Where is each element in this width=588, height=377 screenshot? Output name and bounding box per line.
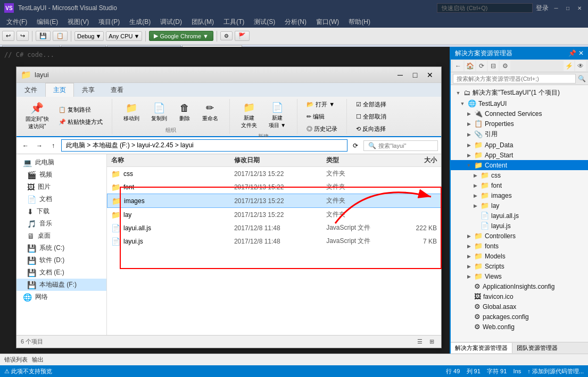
menu-window[interactable]: 窗口(W) bbox=[312, 16, 343, 28]
file-row-layuialljs[interactable]: 📄 layui.all.js 2017/12/8 11:48 JavaScrip… bbox=[107, 221, 441, 234]
tree-global[interactable]: ⚙ Global.asax bbox=[451, 301, 588, 312]
file-row-lay[interactable]: 📁 lay 2017/12/13 15:22 文件夹 bbox=[107, 208, 441, 221]
tree-font[interactable]: ▶ 📁 font bbox=[451, 180, 588, 190]
sidebar-c[interactable]: 💾 系统 (C:) bbox=[16, 242, 106, 254]
tree-project[interactable]: ▼ 🌐 TestLayUI bbox=[451, 98, 588, 108]
sidebar-documents[interactable]: 📄 文档 bbox=[16, 193, 106, 205]
col-date-header[interactable]: 修改日期 bbox=[234, 156, 326, 165]
tree-css[interactable]: ▶ 📁 css bbox=[451, 170, 588, 180]
menu-debug[interactable]: 调试(D) bbox=[156, 16, 186, 28]
menu-edit[interactable]: 编辑(E) bbox=[32, 16, 62, 28]
forward-nav-btn[interactable]: → bbox=[34, 140, 45, 152]
paste-shortcut-btn[interactable]: 📌 粘贴快捷方式 bbox=[56, 116, 105, 128]
menu-project[interactable]: 项目(P) bbox=[94, 16, 124, 28]
menu-tools[interactable]: 工具(T) bbox=[219, 16, 249, 28]
se-settings-btn[interactable]: ⚙ bbox=[500, 61, 510, 71]
redo-btn[interactable]: ↪ bbox=[16, 31, 29, 41]
ribbon-tab-file[interactable]: 文件 bbox=[16, 83, 45, 97]
tree-scripts[interactable]: ▶ 📁 Scripts bbox=[451, 261, 588, 271]
se-tab-solution[interactable]: 解决方案资源管理器 bbox=[451, 343, 512, 353]
address-path[interactable]: 此电脑 > 本地磁盘 (F:) > layui-v2.2.45 > layui bbox=[61, 139, 347, 152]
toolbar-extra-btn[interactable]: ⚙ bbox=[220, 31, 233, 40]
sidebar-computer[interactable]: 💻 此电脑 bbox=[16, 156, 106, 169]
explorer-maximize-btn[interactable]: □ bbox=[408, 69, 422, 81]
menu-help[interactable]: 帮助(H) bbox=[344, 16, 375, 28]
minimize-btn[interactable]: ─ bbox=[552, 4, 560, 12]
sidebar-d[interactable]: 💾 软件 (D:) bbox=[16, 254, 106, 266]
menu-analyze[interactable]: 分析(N) bbox=[280, 16, 311, 28]
add-source-btn[interactable]: ↑ 添加到源代码管理... bbox=[527, 367, 584, 375]
delete-btn[interactable]: 🗑 删除 bbox=[174, 100, 195, 125]
tree-models[interactable]: ▶ 📁 Models bbox=[451, 251, 588, 261]
copy-btn[interactable]: 📋 bbox=[53, 31, 68, 41]
search-box[interactable]: 🔍 bbox=[363, 140, 438, 151]
sidebar-f[interactable]: 💾 本地磁盘 (F:) bbox=[16, 279, 106, 291]
sidebar-pictures[interactable]: 🖼 图片 bbox=[16, 181, 106, 193]
tree-content[interactable]: ▼ 📁 Content bbox=[451, 160, 588, 170]
se-pin-icon[interactable]: 📌 bbox=[568, 49, 576, 57]
sidebar-videos[interactable]: 🎬 视频 bbox=[16, 169, 106, 181]
undo-btn[interactable]: ↩ bbox=[2, 31, 14, 41]
tree-references[interactable]: ▶ 📎 引用 bbox=[451, 129, 588, 140]
ribbon-tab-share[interactable]: 共享 bbox=[74, 83, 103, 97]
tree-appinsights[interactable]: ⚙ ApplicationInsights.config bbox=[451, 281, 588, 291]
selectnone-btn[interactable]: ☐ 全部取消 bbox=[353, 111, 389, 122]
debug-config-dropdown[interactable]: Debug ▼ bbox=[74, 31, 104, 41]
sidebar-desktop[interactable]: 🖥 桌面 bbox=[16, 230, 106, 242]
se-collapse-btn[interactable]: ⊟ bbox=[488, 61, 499, 71]
sidebar-e[interactable]: 💾 文档 (E:) bbox=[16, 266, 106, 279]
moveto-btn[interactable]: 📁 移动到 bbox=[119, 99, 144, 125]
cpu-dropdown[interactable]: Any CPU ▼ bbox=[106, 31, 142, 41]
menu-file[interactable]: 文件(F) bbox=[2, 16, 31, 28]
file-row-images[interactable]: 📁 images 2017/12/13 15:22 文件夹 bbox=[107, 194, 441, 208]
file-row-font[interactable]: 📁 font 2017/12/13 15:22 文件夹 bbox=[107, 180, 441, 194]
edit-btn[interactable]: ✏ 编辑 bbox=[304, 111, 340, 122]
tree-views[interactable]: ▶ 📁 Views bbox=[451, 271, 588, 281]
se-tab-team[interactable]: 团队资源管理器 bbox=[512, 343, 562, 353]
copyto-btn[interactable]: 📄 复制到 bbox=[146, 99, 172, 125]
sidebar-music[interactable]: 🎵 音乐 bbox=[16, 217, 106, 230]
col-name-header[interactable]: 名称 bbox=[111, 156, 234, 165]
toolbar-flag-btn[interactable]: 🚩 bbox=[235, 31, 250, 41]
se-close-icon[interactable]: ✕ bbox=[578, 49, 584, 57]
pin-btn[interactable]: 📌 固定到"快速访问" bbox=[21, 99, 54, 133]
col-size-header[interactable]: 大小 bbox=[388, 156, 437, 165]
explorer-close-btn[interactable]: ✕ bbox=[423, 69, 437, 81]
rename-btn[interactable]: ✏ 重命名 bbox=[197, 99, 223, 125]
se-preview-btn[interactable]: 👁 bbox=[575, 61, 586, 71]
file-row-css[interactable]: 📁 css 2017/12/13 15:22 文件夹 bbox=[107, 167, 441, 180]
se-back-btn[interactable]: ← bbox=[453, 61, 463, 71]
save-btn[interactable]: 💾 bbox=[36, 31, 51, 41]
tree-appdata[interactable]: ▶ 📁 App_Data bbox=[451, 140, 588, 150]
tree-appstart[interactable]: ▶ 📁 App_Start bbox=[451, 150, 588, 160]
tree-packages[interactable]: ⚙ packages.config bbox=[451, 312, 588, 322]
tree-images[interactable]: ▶ 📁 images bbox=[451, 190, 588, 200]
menu-test[interactable]: 测试(S) bbox=[250, 16, 279, 28]
explorer-minimize-btn[interactable]: ─ bbox=[393, 69, 407, 81]
output-btn[interactable]: 输出 bbox=[32, 356, 44, 364]
list-view-btn[interactable]: ☰ bbox=[415, 337, 425, 347]
menu-build[interactable]: 生成(B) bbox=[125, 16, 155, 28]
ribbon-tab-view[interactable]: 查看 bbox=[103, 83, 131, 97]
menu-team[interactable]: 团队(M) bbox=[187, 16, 218, 28]
tree-lay[interactable]: ▶ 📁 lay bbox=[451, 200, 588, 211]
sidebar-network[interactable]: 🌐 网络 bbox=[16, 291, 106, 303]
history-btn[interactable]: ◎ 历史记录 bbox=[304, 123, 340, 135]
copy-path-btn[interactable]: 📋 复制路径 bbox=[56, 104, 105, 115]
tree-connected-services[interactable]: ▶ 🔌 Connected Services bbox=[451, 108, 588, 119]
tree-properties[interactable]: ▶ 📋 Properties bbox=[451, 119, 588, 129]
tree-favicon[interactable]: 🖼 favicon.ico bbox=[451, 291, 588, 301]
quick-launch-input[interactable] bbox=[437, 3, 533, 13]
tree-controllers[interactable]: ▶ 📁 Controllers bbox=[451, 231, 588, 241]
refresh-btn[interactable]: ⟳ bbox=[350, 140, 361, 152]
se-home-btn[interactable]: 🏠 bbox=[465, 61, 475, 71]
close-btn[interactable]: ✕ bbox=[575, 4, 584, 12]
se-filter-btn[interactable]: ⚡ bbox=[564, 61, 574, 71]
tree-fonts[interactable]: ▶ 📁 fonts bbox=[451, 241, 588, 251]
se-search-icon[interactable]: 🔍 bbox=[578, 75, 586, 82]
error-list-btn[interactable]: 错误列表 bbox=[4, 356, 28, 364]
menu-view[interactable]: 视图(V) bbox=[63, 16, 93, 28]
se-search-input[interactable] bbox=[453, 74, 576, 83]
run-button[interactable]: ▶ Google Chrome ▼ bbox=[149, 31, 213, 41]
tree-layuialljs[interactable]: 📄 layui.all.js bbox=[451, 211, 588, 221]
